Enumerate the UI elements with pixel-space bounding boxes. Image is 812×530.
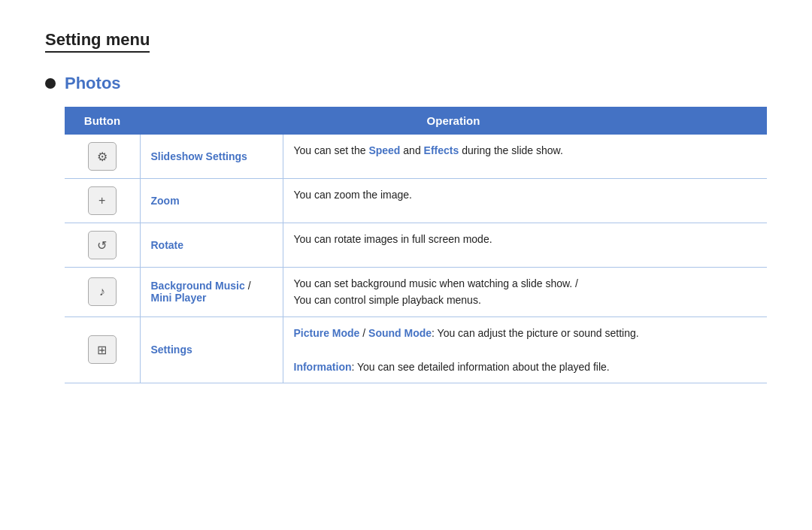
button-cell: ♪ (65, 268, 140, 317)
table-row: ♪Background Music /Mini PlayerYou can se… (65, 268, 767, 317)
description-cell: You can zoom the image. (283, 179, 767, 223)
header-button: Button (65, 107, 140, 135)
header-operation: Operation (140, 107, 767, 135)
table-row: +ZoomYou can zoom the image. (65, 179, 767, 223)
button-cell: + (65, 179, 140, 223)
table-row: ⊞SettingsPicture Mode / Sound Mode: You … (65, 316, 767, 383)
feature-name-cell: Rotate (140, 223, 283, 268)
feature-name: Zoom (151, 195, 180, 207)
settings-table: ButtonOperation ⚙Slideshow SettingsYou c… (65, 107, 767, 383)
effects-link: Effects (424, 144, 459, 156)
feature-name-cell: Settings (140, 316, 283, 383)
description-cell: You can set background music when watchi… (283, 268, 767, 317)
description-cell: You can rotate images in full screen mod… (283, 223, 767, 268)
picture-mode-link: Picture Mode (294, 327, 360, 339)
description-cell: You can set the Speed and Effects during… (283, 135, 767, 179)
feature-name: Background Music (151, 280, 245, 292)
settings-icon: ⊞ (88, 335, 117, 364)
bullet-point (45, 78, 56, 89)
feature-name: Rotate (151, 239, 184, 251)
description-cell: Picture Mode / Sound Mode: You can adjus… (283, 316, 767, 383)
table-header-row: ButtonOperation (65, 107, 767, 135)
feature-name-cell: Slideshow Settings (140, 135, 283, 179)
feature-name: Settings (151, 344, 192, 356)
rotate-icon: ↺ (88, 231, 117, 259)
information-link: Information (294, 361, 352, 373)
settings-table-container: ButtonOperation ⚙Slideshow SettingsYou c… (65, 107, 767, 383)
feature-name: Slideshow Settings (151, 150, 247, 162)
speed-link: Speed (368, 144, 400, 156)
button-cell: ↺ (65, 223, 140, 268)
section-title: Photos (65, 74, 121, 93)
feature-name-2: Mini Player (151, 292, 207, 304)
slideshow-settings-icon: ⚙ (88, 142, 117, 171)
background-music-icon: ♪ (88, 277, 117, 306)
page-title: Setting menu (45, 30, 150, 53)
table-row: ⚙Slideshow SettingsYou can set the Speed… (65, 135, 767, 179)
button-cell: ⊞ (65, 316, 140, 383)
sound-mode-link: Sound Mode (368, 327, 432, 339)
zoom-icon: + (88, 186, 117, 215)
button-cell: ⚙ (65, 135, 140, 179)
feature-name-cell: Background Music /Mini Player (140, 268, 283, 317)
table-row: ↺RotateYou can rotate images in full scr… (65, 223, 767, 268)
feature-name-cell: Zoom (140, 179, 283, 223)
